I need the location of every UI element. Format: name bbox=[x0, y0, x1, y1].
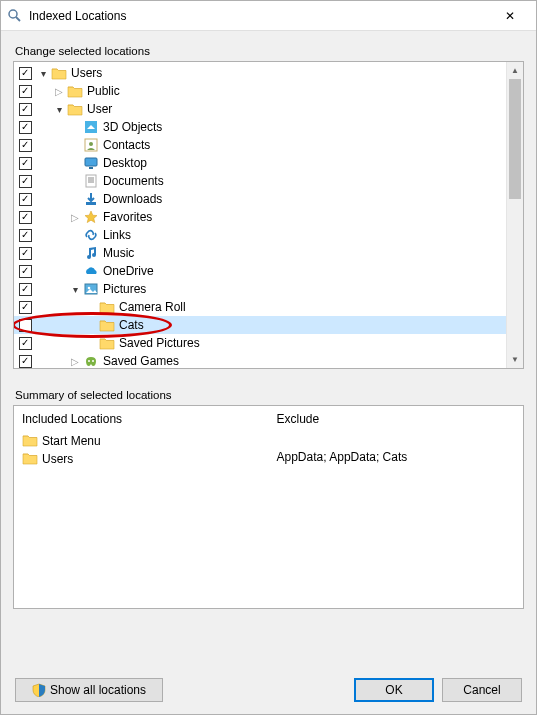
checkbox[interactable]: ✓ bbox=[19, 337, 32, 350]
tree-item-label: Public bbox=[86, 84, 120, 98]
summary-box: Included Locations Start MenuUsers Exclu… bbox=[13, 405, 524, 609]
chevron-down-icon[interactable] bbox=[36, 68, 50, 79]
tree-row[interactable]: ✓Favorites bbox=[14, 208, 506, 226]
folder-icon bbox=[22, 450, 38, 469]
checkbox[interactable]: ✓ bbox=[19, 355, 32, 368]
shield-icon bbox=[32, 683, 46, 697]
tree-row[interactable]: ✓User bbox=[14, 100, 506, 118]
checkbox[interactable]: ✓ bbox=[19, 103, 32, 116]
folder-icon bbox=[67, 101, 83, 117]
exclude-column: Exclude AppData; AppData; Cats bbox=[269, 406, 524, 608]
folder-icon bbox=[99, 317, 115, 333]
summary-label: Summary of selected locations bbox=[15, 389, 524, 401]
music-icon bbox=[83, 245, 99, 261]
tree-box: ✓Users✓Public✓User✓3D Objects✓Contacts✓D… bbox=[13, 61, 524, 369]
show-all-locations-button[interactable]: Show all locations bbox=[15, 678, 163, 702]
tree-item-label: Desktop bbox=[102, 156, 147, 170]
close-icon: ✕ bbox=[505, 9, 515, 23]
tree-row[interactable]: ✓Saved Pictures bbox=[14, 334, 506, 352]
tree-row[interactable]: ✓Music bbox=[14, 244, 506, 262]
desktop-icon bbox=[83, 155, 99, 171]
tree-item-label: User bbox=[86, 102, 112, 116]
checkbox[interactable]: ✓ bbox=[19, 157, 32, 170]
contacts-icon bbox=[83, 137, 99, 153]
checkbox[interactable]: ✓ bbox=[19, 85, 32, 98]
tree-item-label: 3D Objects bbox=[102, 120, 162, 134]
tree-row[interactable]: ✓Links bbox=[14, 226, 506, 244]
checkbox[interactable]: ✓ bbox=[19, 211, 32, 224]
chevron-down-icon[interactable] bbox=[52, 104, 66, 115]
show-all-label: Show all locations bbox=[50, 683, 146, 697]
tree-item-label: Saved Games bbox=[102, 354, 179, 368]
tree-row[interactable]: ✓Desktop bbox=[14, 154, 506, 172]
tree-row[interactable]: ✓OneDrive bbox=[14, 262, 506, 280]
chevron-right-icon[interactable] bbox=[68, 212, 82, 223]
folder-icon bbox=[67, 83, 83, 99]
links-icon bbox=[83, 227, 99, 243]
included-item[interactable]: Start Menu bbox=[22, 432, 261, 450]
3dobjects-icon bbox=[83, 119, 99, 135]
tree-row[interactable]: ✓Contacts bbox=[14, 136, 506, 154]
checkbox[interactable]: ✓ bbox=[19, 67, 32, 80]
checkbox[interactable]: ✓ bbox=[19, 265, 32, 278]
tree-item-label: Links bbox=[102, 228, 131, 242]
tree-row[interactable]: ✓Camera Roll bbox=[14, 298, 506, 316]
included-item[interactable]: Users bbox=[22, 450, 261, 468]
tree-row[interactable]: ✓3D Objects bbox=[14, 118, 506, 136]
scroll-up-button[interactable]: ▲ bbox=[507, 62, 523, 79]
folder-icon bbox=[99, 299, 115, 315]
scroll-down-button[interactable]: ▼ bbox=[507, 351, 523, 368]
included-item-label: Start Menu bbox=[42, 434, 101, 448]
content: Change selected locations ✓Users✓Public✓… bbox=[1, 31, 536, 714]
scrollbar[interactable]: ▲ ▼ bbox=[506, 62, 523, 368]
folder-icon bbox=[51, 65, 67, 81]
tree-item-label: Pictures bbox=[102, 282, 146, 296]
tree-row[interactable]: ✓Users bbox=[14, 64, 506, 82]
included-header: Included Locations bbox=[22, 412, 261, 426]
included-item-label: Users bbox=[42, 452, 73, 466]
onedrive-icon bbox=[83, 263, 99, 279]
checkbox[interactable]: ✓ bbox=[19, 139, 32, 152]
chevron-down-icon[interactable] bbox=[68, 284, 82, 295]
savedgames-icon bbox=[83, 353, 99, 368]
tree-item-label: OneDrive bbox=[102, 264, 154, 278]
folder-icon bbox=[99, 335, 115, 351]
checkbox[interactable]: ✓ bbox=[19, 193, 32, 206]
exclude-header: Exclude bbox=[277, 412, 516, 426]
tree-row[interactable]: ✓Public bbox=[14, 82, 506, 100]
tree-row[interactable]: ✓Downloads bbox=[14, 190, 506, 208]
tree-item-label: Users bbox=[70, 66, 102, 80]
exclude-text: AppData; AppData; Cats bbox=[277, 450, 516, 464]
downloads-icon bbox=[83, 191, 99, 207]
folder-icon bbox=[22, 432, 38, 451]
change-locations-label: Change selected locations bbox=[15, 45, 524, 57]
checkbox[interactable]: ✓ bbox=[19, 283, 32, 296]
tree-row[interactable]: Cats bbox=[14, 316, 506, 334]
favorites-icon bbox=[83, 209, 99, 225]
locations-tree[interactable]: ✓Users✓Public✓User✓3D Objects✓Contacts✓D… bbox=[14, 62, 506, 368]
checkbox[interactable]: ✓ bbox=[19, 301, 32, 314]
cancel-button[interactable]: Cancel bbox=[442, 678, 522, 702]
chevron-right-icon[interactable] bbox=[68, 356, 82, 367]
checkbox[interactable]: ✓ bbox=[19, 121, 32, 134]
tree-item-label: Camera Roll bbox=[118, 300, 186, 314]
tree-item-label: Documents bbox=[102, 174, 164, 188]
ok-button[interactable]: OK bbox=[354, 678, 434, 702]
window-title: Indexed Locations bbox=[29, 9, 490, 23]
included-column: Included Locations Start MenuUsers bbox=[14, 406, 269, 608]
checkbox[interactable]: ✓ bbox=[19, 229, 32, 242]
documents-icon bbox=[83, 173, 99, 189]
checkbox[interactable] bbox=[19, 319, 32, 332]
checkbox[interactable]: ✓ bbox=[19, 247, 32, 260]
tree-item-label: Contacts bbox=[102, 138, 150, 152]
tree-row[interactable]: ✓Saved Games bbox=[14, 352, 506, 368]
close-button[interactable]: ✕ bbox=[490, 2, 530, 30]
scroll-thumb[interactable] bbox=[509, 79, 521, 199]
tree-item-label: Saved Pictures bbox=[118, 336, 200, 350]
tree-row[interactable]: ✓Pictures bbox=[14, 280, 506, 298]
tree-row[interactable]: ✓Documents bbox=[14, 172, 506, 190]
pictures-icon bbox=[83, 281, 99, 297]
tree-item-label: Music bbox=[102, 246, 134, 260]
checkbox[interactable]: ✓ bbox=[19, 175, 32, 188]
chevron-right-icon[interactable] bbox=[52, 86, 66, 97]
